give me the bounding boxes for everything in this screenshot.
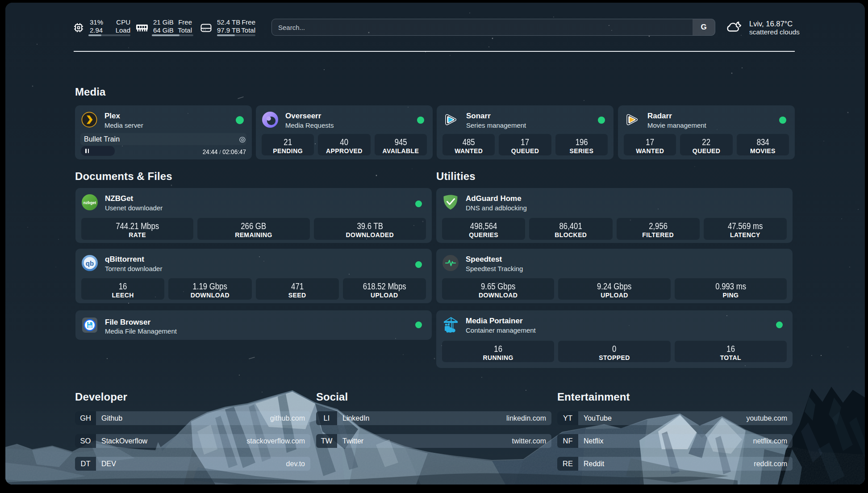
svg-text:nzbget: nzbget — [83, 201, 96, 205]
svg-text:qb: qb — [86, 259, 94, 267]
